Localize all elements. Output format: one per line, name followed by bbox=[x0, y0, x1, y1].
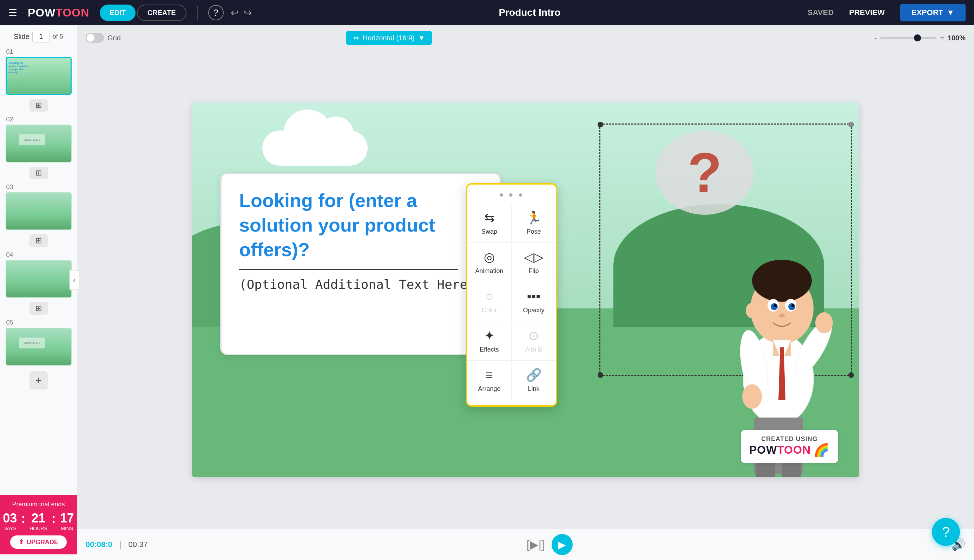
mins-label: MINS bbox=[61, 526, 73, 531]
slide-5-wrapper: 05 INSERT LOGO bbox=[6, 319, 72, 366]
card-divider bbox=[239, 269, 458, 270]
frame-step-button[interactable]: [▶|] bbox=[527, 538, 545, 551]
watermark-icon: 🌈 bbox=[814, 443, 830, 458]
link-icon: 🔗 bbox=[526, 368, 542, 382]
menu-swap[interactable]: ⇆ Swap bbox=[467, 203, 511, 243]
edit-button[interactable]: EDIT bbox=[100, 5, 135, 21]
nav-divider bbox=[197, 6, 198, 20]
slide-2-num: 02 bbox=[6, 116, 72, 123]
edit-create-group: EDIT CREATE bbox=[100, 5, 186, 21]
slide-5-preview: INSERT LOGO bbox=[6, 328, 71, 365]
slide-5-logo: INSERT LOGO bbox=[19, 338, 45, 348]
undo-icon[interactable]: ↩ bbox=[231, 7, 239, 18]
zoom-slider[interactable] bbox=[880, 37, 936, 39]
zoom-percent: 100% bbox=[948, 34, 966, 42]
slide-5-thumb[interactable]: INSERT LOGO bbox=[6, 328, 72, 366]
undo-redo-group: ↩ ↪ bbox=[231, 7, 252, 18]
swap-label: Swap bbox=[481, 228, 497, 235]
slide-2-logo: INSERT LOGO bbox=[19, 134, 45, 145]
help-button[interactable]: ? bbox=[208, 5, 224, 20]
color-label: Color bbox=[482, 307, 497, 314]
slide-1-action[interactable]: ⊞ bbox=[30, 99, 48, 112]
playback-controls: [▶|] ▶ bbox=[155, 534, 944, 555]
hamburger-icon[interactable]: ☰ bbox=[8, 7, 17, 18]
atob-icon: ⊙ bbox=[528, 328, 539, 343]
slide-1-thumb[interactable]: Looking for(enter a solutionyour product… bbox=[6, 57, 72, 95]
upgrade-icon: ⬆ bbox=[18, 538, 24, 546]
sidebar-collapse-button[interactable]: ‹ bbox=[70, 270, 79, 290]
app-logo: POWTOON bbox=[28, 6, 89, 19]
slide-3-thumb[interactable] bbox=[6, 192, 72, 230]
animation-icon: ◎ bbox=[484, 250, 495, 265]
mins-value: 17 bbox=[60, 511, 74, 526]
grid-label: Grid bbox=[107, 34, 121, 42]
export-chevron-icon: ▼ bbox=[947, 8, 954, 17]
premium-title: Premium trial ends bbox=[6, 501, 71, 508]
slide-4-wrapper: 04 bbox=[6, 251, 72, 298]
zoom-plus-button[interactable]: + bbox=[940, 34, 944, 42]
svg-point-15 bbox=[742, 384, 762, 409]
slide-2-action[interactable]: ⊞ bbox=[30, 167, 48, 179]
link-label: Link bbox=[528, 385, 539, 393]
menu-flip[interactable]: ◁▷ Flip bbox=[511, 243, 556, 282]
canvas-wrapper: ? Looking for (enter a solution your pro… bbox=[77, 50, 974, 529]
orientation-selector[interactable]: ⇔ Horizontal (16:9) ▼ bbox=[346, 31, 432, 45]
zoom-minus-button[interactable]: - bbox=[874, 34, 877, 42]
bottom-bar: 00:08:0 | 00:37 [▶|] ▶ 🔊 bbox=[77, 529, 974, 560]
slide-3-wrapper: 03 bbox=[6, 183, 72, 230]
premium-timer: 03 DAYS : 21 HOURS : 17 MINS bbox=[6, 511, 71, 531]
redo-icon[interactable]: ↪ bbox=[244, 7, 252, 18]
slide-2-wrapper: 02 INSERT LOGO bbox=[6, 116, 72, 162]
effects-label: Effects bbox=[479, 346, 499, 353]
flip-icon: ◁▷ bbox=[524, 250, 543, 265]
slide-number-input[interactable] bbox=[32, 31, 50, 42]
menu-pose[interactable]: 🏃 Pose bbox=[511, 203, 556, 243]
export-label: EXPORT bbox=[912, 8, 943, 17]
hours-value: 21 bbox=[31, 511, 45, 526]
slide-3-num: 03 bbox=[6, 183, 72, 191]
menu-link[interactable]: 🔗 Link bbox=[511, 361, 556, 400]
menu-arrange[interactable]: ≡ Arrange bbox=[467, 361, 511, 400]
svg-point-5 bbox=[771, 303, 778, 310]
zoom-slider-thumb[interactable] bbox=[914, 34, 921, 42]
create-button[interactable]: CREATE bbox=[137, 5, 186, 21]
time-current: 00:08:0 bbox=[86, 540, 112, 549]
slide-canvas[interactable]: ? Looking for (enter a solution your pro… bbox=[192, 102, 859, 477]
time-total: 00:37 bbox=[129, 540, 148, 549]
preview-button[interactable]: PREVIEW bbox=[840, 5, 893, 21]
slide-5-num: 05 bbox=[6, 319, 72, 326]
flip-label: Flip bbox=[528, 267, 539, 275]
export-button[interactable]: EXPORT ▼ bbox=[900, 4, 966, 22]
slide-4-thumb[interactable] bbox=[6, 260, 72, 298]
svg-point-9 bbox=[779, 314, 785, 318]
add-slide-button[interactable]: + bbox=[30, 371, 48, 390]
watermark: CREATED USING POWTOON 🌈 bbox=[741, 430, 838, 463]
slides-panel: Slide of 5 01 Looking for(enter a soluti… bbox=[0, 25, 77, 560]
upgrade-button[interactable]: ⬆ UPGRADE bbox=[10, 535, 67, 549]
slide-4-action[interactable]: ⊞ bbox=[30, 302, 48, 315]
help-fab-button[interactable]: ? bbox=[932, 518, 960, 546]
svg-point-7 bbox=[774, 304, 777, 307]
menu-effects[interactable]: ✦ Effects bbox=[467, 322, 511, 361]
canvas-toolbar: Grid ⇔ Horizontal (16:9) ▼ - + 100% bbox=[77, 25, 974, 50]
grid-toggle-switch[interactable] bbox=[86, 33, 104, 43]
upgrade-label: UPGRADE bbox=[27, 538, 58, 546]
play-button[interactable]: ▶ bbox=[551, 534, 573, 555]
opacity-label: Opacity bbox=[523, 307, 544, 314]
saved-status: SAVED bbox=[808, 8, 834, 17]
main-card-text: Looking for (enter a solution your produ… bbox=[239, 188, 482, 262]
slide-3-action[interactable]: ⊞ bbox=[30, 234, 48, 247]
timer-colon-1: : bbox=[21, 511, 25, 531]
zoom-controls: - + 100% bbox=[874, 34, 966, 42]
slide-1-preview: Looking for(enter a solutionyour product… bbox=[7, 58, 70, 94]
slide-2-thumb[interactable]: INSERT LOGO bbox=[6, 125, 72, 162]
menu-color: ○ Color bbox=[467, 282, 511, 322]
slide-4-num: 04 bbox=[6, 251, 72, 258]
time-divider: | bbox=[119, 540, 122, 549]
text-card[interactable]: Looking for (enter a solution your produ… bbox=[220, 173, 501, 355]
pose-icon: 🏃 bbox=[526, 210, 542, 225]
menu-animation[interactable]: ◎ Animation bbox=[467, 243, 511, 282]
orientation-icon: ⇔ bbox=[353, 34, 359, 42]
slide-1-text: Looking for(enter a solutionyour product… bbox=[10, 62, 48, 74]
menu-opacity[interactable]: ▪▪▪ Opacity bbox=[511, 282, 556, 322]
